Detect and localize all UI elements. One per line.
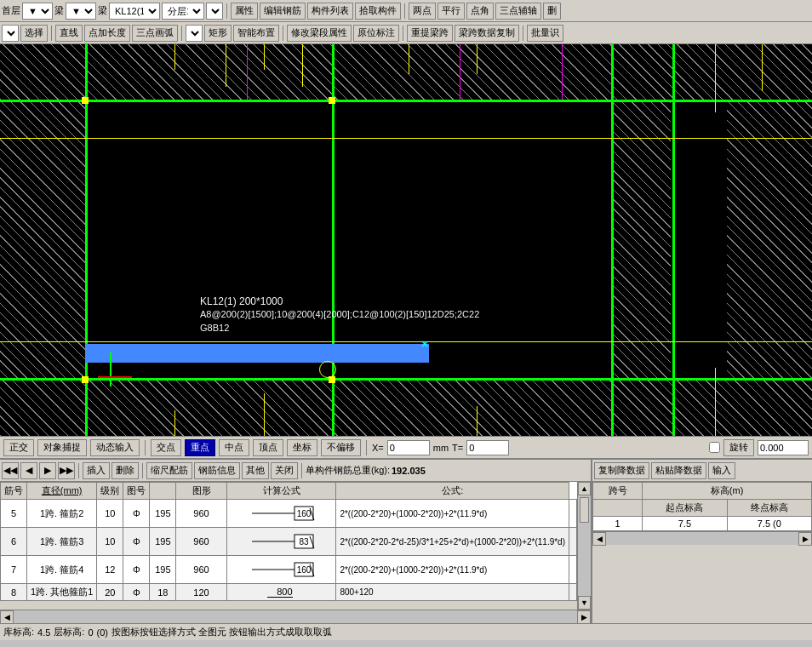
- panel-toolbar: ◀◀ ◀ ▶ ▶▶ 插入 删除 缩尺配筋 钢筋信息 其他 关闭 单构件钢筋总重(…: [0, 460, 591, 482]
- x-input[interactable]: [387, 440, 430, 455]
- midpoint-btn[interactable]: 中点: [219, 439, 249, 456]
- span-copy-button[interactable]: 梁跨数据复制: [455, 25, 519, 42]
- edit-rebar-button[interactable]: 编辑钢筋: [260, 3, 306, 20]
- hint-label: 按图标按钮选择方式 全图元 按钮输出方式成取取取弧: [112, 626, 332, 638]
- three-axis-button[interactable]: 三点辅轴: [495, 3, 541, 20]
- scroll-up-btn[interactable]: ▲: [578, 482, 591, 495]
- normal-btn[interactable]: 正交: [3, 439, 34, 456]
- modify-span-button[interactable]: 修改梁段属性: [287, 25, 352, 42]
- select-button[interactable]: 选择: [20, 25, 48, 42]
- copy-span-btn[interactable]: 复制降数据: [594, 462, 649, 479]
- scroll-right-btn[interactable]: ▶: [577, 610, 591, 624]
- attrs-button[interactable]: 属性: [231, 3, 258, 20]
- del-btn[interactable]: 删除: [112, 462, 139, 479]
- batch-ident-button[interactable]: 批量识: [527, 25, 563, 42]
- intersect-btn[interactable]: 交点: [151, 439, 181, 456]
- table-content: 筋号 直径(mm) 级别 图号 图形 计算公式 公式: 5 1跨. 箍筋2 10: [0, 482, 577, 610]
- rotate-input[interactable]: [758, 440, 809, 455]
- point-angle-button[interactable]: 点角: [466, 3, 494, 20]
- hatch-bottom: [0, 381, 812, 436]
- nav-next-btn[interactable]: ▶: [39, 462, 56, 479]
- yline-vb1: [174, 410, 175, 436]
- coord-btn[interactable]: 坐标: [287, 439, 317, 456]
- other-btn[interactable]: 其他: [242, 462, 269, 479]
- select-mode-select[interactable]: ▼: [2, 25, 19, 42]
- rotate-check[interactable]: [709, 442, 720, 453]
- component-list-button[interactable]: 构件列表: [307, 3, 353, 20]
- layer-select[interactable]: ▼: [22, 3, 53, 20]
- immovable-btn[interactable]: 不偏移: [321, 439, 361, 456]
- right-panel: 复制降数据 粘贴降数据 输入 跨号 标高(m) 跨号 起点标高 终点标高 1 7…: [591, 460, 812, 623]
- cell-diameter: 12: [97, 556, 123, 584]
- hline-2: [0, 378, 812, 381]
- fen-ceng-select[interactable]: 分层1: [162, 3, 204, 20]
- scroll-horizontal[interactable]: ◀ ▶: [0, 610, 591, 623]
- hatch-left: [0, 100, 85, 381]
- rotate-btn[interactable]: 旋转: [723, 439, 754, 456]
- right-col-span: 跨号: [593, 483, 643, 500]
- extra-select[interactable]: ▼: [206, 3, 223, 20]
- line-button[interactable]: 直线: [55, 25, 83, 42]
- cell-shape-no: 18: [150, 584, 176, 601]
- mline-v1: [247, 44, 248, 100]
- cell-no: 7: [1, 556, 27, 584]
- yline-vb4: [715, 368, 716, 436]
- parallel-button[interactable]: 平行: [437, 3, 465, 20]
- vline-4: [672, 44, 675, 436]
- floor-val: 0: [88, 627, 93, 638]
- cell-shape-no: 195: [150, 528, 176, 556]
- scroll-vertical[interactable]: ▲ ▼: [577, 482, 591, 610]
- three-arc-button[interactable]: 三点画弧: [132, 25, 178, 42]
- total-label: 单构件钢筋总重(kg):: [306, 464, 390, 477]
- svg-text:160: 160: [296, 565, 311, 575]
- cell-count: 960: [176, 528, 226, 556]
- nav-first-btn[interactable]: ◀◀: [2, 462, 19, 479]
- rect-select[interactable]: ▼: [186, 25, 203, 42]
- cell-formula-label: [569, 556, 577, 584]
- scroll-thumb[interactable]: [580, 497, 589, 523]
- beam-type-select[interactable]: ▼: [66, 3, 96, 20]
- vertex-btn[interactable]: 顶点: [253, 439, 283, 456]
- rect-button[interactable]: 矩形: [204, 25, 232, 42]
- delete-button[interactable]: 删: [543, 3, 561, 20]
- point-length-button[interactable]: 点加长度: [84, 25, 130, 42]
- cell-count: 960: [176, 556, 226, 584]
- t-input[interactable]: [466, 440, 509, 455]
- right-scroll-h[interactable]: ◀ ▶: [592, 531, 812, 545]
- table-row: 6 1跨. 箍筋3 10 Φ 195 960 83 2*((200-2*20-2…: [1, 528, 577, 556]
- col-shape: 图形: [176, 483, 226, 500]
- input-btn[interactable]: 输入: [708, 462, 735, 479]
- cell-formula: 2*((200-2*20)+(1000-2*20))+2*(11.9*d): [336, 500, 569, 528]
- smart-layout-button[interactable]: 智能布置: [233, 25, 279, 42]
- yline-v4: [302, 44, 303, 87]
- table-wrap: 筋号 直径(mm) 级别 图号 图形 计算公式 公式: 5 1跨. 箍筋2 10: [0, 482, 591, 610]
- paste-span-btn[interactable]: 粘贴降数据: [651, 462, 706, 479]
- scroll-left-btn[interactable]: ◀: [0, 610, 14, 624]
- scale-label: 库标高:: [3, 626, 34, 638]
- nav-last-btn[interactable]: ▶▶: [58, 462, 75, 479]
- two-points-button[interactable]: 两点: [409, 3, 436, 20]
- reduce-rebar-btn[interactable]: 缩尺配筋: [146, 462, 192, 479]
- sep-p2: [142, 463, 143, 478]
- right-scroll-left-btn[interactable]: ◀: [592, 532, 606, 546]
- cell-formula: 2*((200-2*20-2*d-25)/3*1+25+2*d)+(1000-2…: [336, 528, 569, 556]
- scroll-down-btn[interactable]: ▼: [578, 596, 591, 610]
- sq4: [329, 376, 335, 383]
- snap-btn[interactable]: 对象捕捉: [37, 439, 87, 456]
- pick-button[interactable]: 拾取构件: [355, 3, 401, 20]
- original-mark-button[interactable]: 原位标注: [353, 25, 399, 42]
- lift-button[interactable]: 重提梁跨: [407, 25, 453, 42]
- nav-prev-btn[interactable]: ◀: [20, 462, 37, 479]
- cell-start-h: 7.5: [643, 517, 727, 531]
- sep2: [404, 3, 405, 19]
- dynamic-btn[interactable]: 动态输入: [90, 439, 140, 456]
- rebar-info-btn[interactable]: 钢筋信息: [194, 462, 240, 479]
- close-btn[interactable]: 关闭: [271, 462, 298, 479]
- right-scroll-h-track: [606, 532, 798, 545]
- cell-count: 120: [176, 584, 226, 601]
- insert-btn[interactable]: 插入: [83, 462, 110, 479]
- right-scroll-right-btn[interactable]: ▶: [798, 532, 812, 546]
- beam-select[interactable]: KL12(1): [109, 3, 160, 20]
- sq1: [82, 97, 89, 104]
- midpoint-accent-btn[interactable]: 重点: [185, 439, 215, 456]
